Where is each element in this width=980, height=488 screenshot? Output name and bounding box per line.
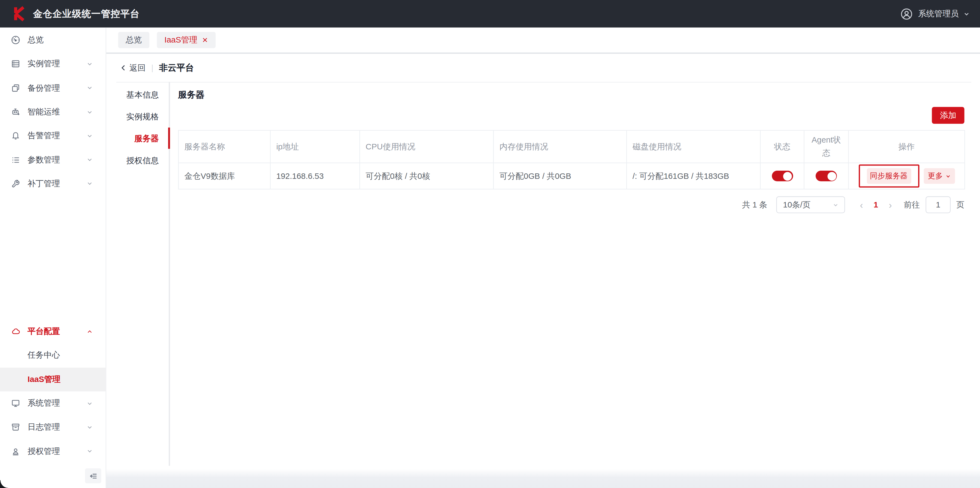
list-icon — [11, 155, 21, 165]
sidebar-item-smart-ops[interactable]: 智能运维 — [0, 100, 106, 124]
prev-page-button[interactable]: ‹ — [860, 199, 863, 210]
avatar-icon — [900, 7, 913, 20]
sidebar-main-group: 总览 实例管理 备份管理 — [0, 27, 106, 196]
page-background-strip — [106, 469, 980, 488]
sidebar-item-label: 日志管理 — [27, 421, 60, 433]
subnav-item-license-info[interactable]: 授权信息 — [106, 149, 159, 171]
sidebar-item-label: 任务中心 — [27, 350, 60, 361]
column-header-status: 状态 — [760, 130, 804, 163]
sidebar-item-label: 系统管理 — [27, 398, 60, 409]
dashboard-icon — [11, 35, 21, 45]
collapse-sidebar-icon — [89, 471, 98, 480]
cell-ip: 192.168.6.53 — [270, 163, 360, 189]
close-icon[interactable] — [202, 37, 208, 43]
goto-page-input[interactable] — [926, 196, 951, 213]
subnav-item-servers[interactable]: 服务器 — [106, 128, 159, 149]
kingbase-logo-icon — [11, 6, 27, 22]
sidebar-item-authorization[interactable]: 授权管理 — [0, 439, 106, 463]
chevron-down-icon — [86, 180, 93, 187]
subnav-item-instance-spec[interactable]: 实例规格 — [106, 106, 159, 128]
current-page[interactable]: 1 — [874, 200, 878, 209]
sync-server-focus-ring: 同步服务器 — [859, 164, 919, 188]
sidebar-item-iaas-management[interactable]: IaaS管理 — [0, 367, 106, 391]
sidebar-platform-group: 平台配置 任务中心 IaaS管理 系统管理 日志管理 — [0, 319, 106, 463]
chevron-up-icon — [86, 328, 93, 335]
sidebar-item-task-center[interactable]: 任务中心 — [0, 343, 106, 367]
total-count: 共 1 条 — [742, 199, 767, 210]
sidebar-item-label: 平台配置 — [27, 326, 60, 337]
add-server-button[interactable]: 添加 — [932, 107, 964, 124]
section-title: 服务器 — [178, 89, 204, 100]
sidebar: 总览 实例管理 备份管理 — [0, 27, 106, 488]
sidebar-item-label: 授权管理 — [27, 445, 60, 457]
agent-status-toggle[interactable] — [816, 171, 837, 181]
sync-server-button[interactable]: 同步服务器 — [867, 168, 911, 184]
sidebar-item-alerts[interactable]: 告警管理 — [0, 124, 106, 148]
user-name: 系统管理员 — [918, 8, 959, 19]
user-auth-icon — [11, 446, 21, 456]
cell-server-name: 金仓V9数据库 — [178, 163, 270, 189]
sidebar-item-instances[interactable]: 实例管理 — [0, 52, 106, 76]
pagination: 共 1 条 10条/页 ‹ 1 › 前往 页 — [742, 196, 964, 213]
sidebar-item-backup[interactable]: 备份管理 — [0, 76, 106, 100]
tab-label: IaaS管理 — [164, 34, 197, 46]
column-header-disk: 磁盘使用情况 — [627, 130, 760, 163]
window-corner — [0, 480, 8, 488]
column-header-agent-status: Agent状态 — [804, 130, 848, 163]
sidebar-item-label: 补丁管理 — [27, 178, 60, 189]
subnav-active-indicator — [168, 128, 170, 149]
column-header-ip: ip地址 — [270, 130, 360, 163]
chevron-down-icon — [86, 61, 93, 67]
sidebar-item-label: 智能运维 — [27, 106, 60, 118]
tab-bar: 总览 IaaS管理 — [106, 27, 980, 54]
chevron-down-icon — [86, 85, 93, 91]
next-page-button[interactable]: › — [889, 199, 892, 210]
sidebar-item-label: 总览 — [27, 34, 44, 46]
column-header-cpu: CPU使用情况 — [360, 130, 493, 163]
sidebar-item-patches[interactable]: 补丁管理 — [0, 172, 106, 196]
table-header-row: 服务器名称 ip地址 CPU使用情况 内存使用情况 磁盘使用情况 状态 Agen… — [178, 130, 965, 163]
bell-icon — [11, 131, 21, 141]
app-title: 金仓企业级统一管控平台 — [33, 8, 140, 20]
page-size-value: 10条/页 — [783, 199, 810, 210]
sidebar-collapse-button[interactable] — [85, 468, 101, 483]
chevron-down-icon — [86, 424, 93, 431]
column-header-actions: 操作 — [848, 130, 965, 163]
toggle-knob — [783, 172, 792, 180]
tab-overview[interactable]: 总览 — [118, 32, 150, 48]
sidebar-item-overview[interactable]: 总览 — [0, 28, 106, 52]
goto-label: 前往 — [904, 199, 920, 210]
sidebar-item-label: 参数管理 — [27, 154, 60, 166]
chevron-down-icon — [86, 448, 93, 455]
tab-iaas-management[interactable]: IaaS管理 — [157, 32, 216, 48]
row-actions: 同步服务器 更多 — [849, 164, 964, 188]
server-icon — [11, 59, 21, 69]
servers-table: 服务器名称 ip地址 CPU使用情况 内存使用情况 磁盘使用情况 状态 Agen… — [178, 130, 965, 190]
detail-subnav: 基本信息 实例规格 服务器 授权信息 — [106, 84, 159, 171]
sidebar-item-label: IaaS管理 — [27, 374, 60, 385]
main-area: 总览 IaaS管理 返回 | 非云平台 基本信息 实例规格 服务器 — [106, 27, 980, 488]
column-header-memory: 内存使用情况 — [493, 130, 627, 163]
sidebar-item-platform-config[interactable]: 平台配置 — [0, 319, 106, 343]
sidebar-item-parameters[interactable]: 参数管理 — [0, 148, 106, 172]
robot-icon — [11, 107, 21, 117]
more-actions-button[interactable]: 更多 — [923, 168, 955, 184]
sidebar-item-label: 备份管理 — [27, 82, 60, 94]
page-unit-label: 页 — [956, 199, 964, 210]
status-toggle[interactable] — [772, 171, 793, 181]
subnav-item-basic-info[interactable]: 基本信息 — [106, 84, 159, 105]
back-link[interactable]: 返回 — [129, 62, 146, 73]
sidebar-item-system[interactable]: 系统管理 — [0, 391, 106, 415]
page-size-select[interactable]: 10条/页 — [776, 196, 845, 213]
chevron-left-icon[interactable] — [119, 64, 127, 72]
app-window: 金仓企业级统一管控平台 系统管理员 总览 — [0, 0, 980, 488]
top-bar: 金仓企业级统一管控平台 系统管理员 — [0, 0, 980, 27]
user-menu[interactable]: 系统管理员 — [900, 7, 970, 20]
sidebar-item-logs[interactable]: 日志管理 — [0, 415, 106, 439]
monitor-icon — [11, 398, 21, 408]
wrench-icon — [11, 179, 21, 189]
cell-disk: /: 可分配161GB / 共183GB — [627, 163, 760, 189]
cell-cpu: 可分配0核 / 共0核 — [360, 163, 493, 189]
cloud-icon — [11, 326, 21, 336]
cell-memory: 可分配0GB / 共0GB — [493, 163, 627, 189]
